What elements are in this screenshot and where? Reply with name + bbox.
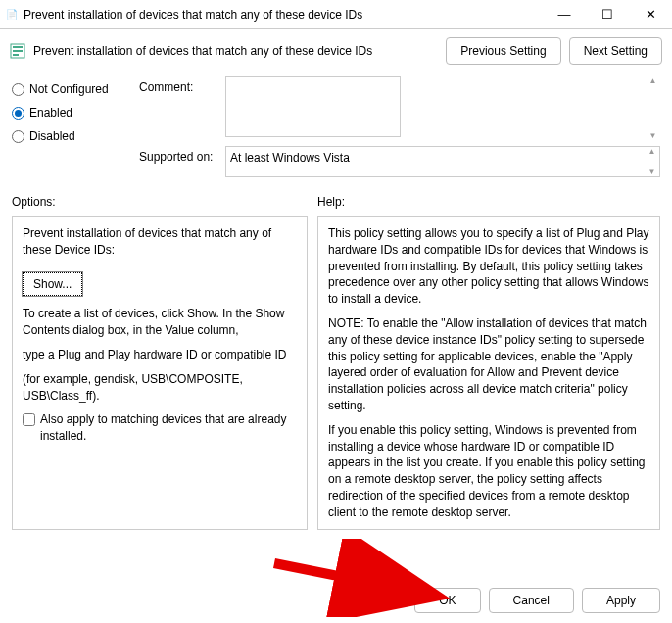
supported-on-label: Supported on: [139, 146, 225, 164]
header-row: Prevent installation of devices that mat… [0, 29, 672, 72]
also-apply-checkbox-row[interactable]: Also apply to matching devices that are … [23, 411, 297, 445]
svg-rect-2 [13, 50, 23, 52]
help-pane: This policy setting allows you to specif… [317, 216, 660, 530]
scroll-arrows: ▲ ▼ [645, 147, 659, 176]
ok-button[interactable]: OK [414, 588, 480, 613]
radio-circle-selected-icon [12, 107, 24, 120]
config-section: Not Configured Enabled Disabled Comment: [0, 72, 672, 183]
radio-not-configured[interactable]: Not Configured [12, 82, 139, 96]
previous-setting-button[interactable]: Previous Setting [446, 37, 560, 65]
help-text: If you enable this policy setting, Windo… [328, 422, 649, 521]
radio-label: Enabled [29, 106, 72, 120]
minimize-button[interactable]: — [543, 0, 586, 29]
comment-label: Comment: [139, 76, 225, 94]
close-button[interactable]: ✕ [629, 0, 672, 29]
radio-label: Not Configured [29, 82, 109, 96]
options-text: To create a list of devices, click Show.… [23, 306, 297, 339]
svg-rect-3 [13, 54, 19, 56]
radio-circle-icon [12, 83, 24, 96]
radio-label: Disabled [29, 129, 75, 143]
cancel-button[interactable]: Cancel [489, 588, 574, 613]
scroll-up-icon[interactable]: ▲ [645, 147, 659, 156]
state-radio-group: Not Configured Enabled Disabled [12, 80, 139, 143]
apply-button[interactable]: Apply [582, 588, 660, 613]
radio-circle-icon [12, 130, 24, 143]
comment-textarea[interactable] [225, 76, 401, 137]
supported-on-value: At least Windows Vista [230, 151, 350, 165]
window-title: Prevent installation of devices that mat… [24, 8, 543, 22]
scroll-arrows: ▲ ▼ [646, 76, 660, 140]
options-pane: Prevent installation of devices that mat… [12, 216, 308, 530]
options-text: type a Plug and Play hardware ID or comp… [23, 347, 297, 363]
footer-buttons: OK Cancel Apply [414, 588, 660, 613]
titlebar: 📄 Prevent installation of devices that m… [0, 0, 672, 29]
help-label: Help: [317, 195, 345, 209]
pane-labels: Options: Help: [0, 183, 672, 213]
show-button[interactable]: Show... [23, 272, 82, 297]
also-apply-checkbox[interactable] [23, 413, 35, 426]
supported-on-box: At least Windows Vista ▲ ▼ [225, 146, 660, 177]
help-text: This policy setting allows you to specif… [328, 225, 649, 308]
options-label: Options: [12, 195, 308, 209]
header-title: Prevent installation of devices that mat… [33, 44, 438, 58]
maximize-button[interactable]: ☐ [586, 0, 629, 29]
window-icon: 📄 [6, 9, 18, 20]
svg-rect-1 [13, 46, 23, 48]
help-text: If you disable or do not configure this … [328, 529, 649, 530]
help-text: NOTE: To enable the "Allow installation … [328, 315, 649, 414]
scroll-down-icon[interactable]: ▼ [646, 131, 660, 140]
checkbox-label: Also apply to matching devices that are … [40, 411, 297, 445]
policy-icon [10, 43, 25, 59]
window-controls: — ☐ ✕ [543, 0, 672, 29]
next-setting-button[interactable]: Next Setting [569, 37, 662, 65]
radio-disabled[interactable]: Disabled [12, 129, 139, 143]
options-text: (for example, gendisk, USB\COMPOSITE, US… [23, 371, 297, 405]
svg-line-5 [274, 563, 421, 593]
scroll-up-icon[interactable]: ▲ [646, 76, 660, 85]
radio-enabled[interactable]: Enabled [12, 106, 139, 120]
options-intro: Prevent installation of devices that mat… [23, 225, 297, 259]
scroll-down-icon[interactable]: ▼ [645, 168, 659, 176]
panes: Prevent installation of devices that mat… [0, 213, 672, 530]
